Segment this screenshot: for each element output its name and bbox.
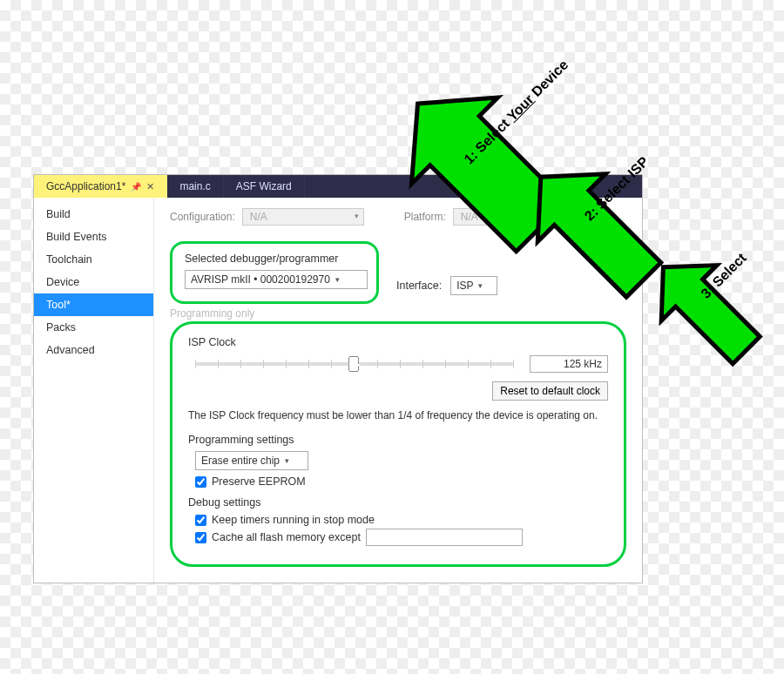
sidebar-item-tool[interactable]: Tool* (34, 293, 153, 316)
highlight-isp-section: ISP Clock 125 kHz Reset to default clock… (170, 321, 626, 567)
tab-label: GccApplication1* (46, 180, 125, 192)
sidebar-item-advanced[interactable]: Advanced (34, 339, 153, 361)
chevron-down-icon: ▾ (285, 456, 289, 465)
tab-asf-wizard[interactable]: ASF Wizard (224, 175, 305, 198)
cache-flash-checkbox[interactable] (195, 532, 206, 543)
cache-flash-row[interactable]: Cache all flash memory except (195, 529, 608, 546)
programmer-select[interactable]: AVRISP mkII • 000200192970 ▾ (185, 270, 368, 289)
preserve-eeprom-checkbox[interactable] (195, 476, 206, 488)
svg-marker-2 (636, 239, 774, 378)
tab-gccapplication[interactable]: GccApplication1* 📌 ✕ (34, 175, 167, 198)
chevron-down-icon: ▾ (335, 275, 340, 284)
preserve-eeprom-row[interactable]: Preserve EEPROM (195, 475, 608, 488)
sidebar-item-build[interactable]: Build (34, 203, 153, 226)
close-icon[interactable]: ✕ (146, 181, 154, 192)
annotation-arrow-3: 3: Select (627, 200, 784, 383)
isp-clock-note: The ISP Clock frequency must be lower th… (188, 409, 608, 421)
chevron-down-icon: ▾ (355, 212, 359, 220)
configuration-select[interactable]: N/A ▾ (242, 208, 364, 226)
highlight-programmer: Selected debugger/programmer AVRISP mkII… (170, 241, 379, 304)
erase-select[interactable]: Erase entire chip ▾ (195, 451, 308, 470)
interface-select[interactable]: ISP ▾ (450, 276, 497, 295)
chevron-down-icon: ▾ (478, 281, 483, 290)
keep-timers-checkbox[interactable] (195, 515, 206, 526)
isp-clock-slider[interactable] (195, 362, 514, 366)
isp-clock-value[interactable]: 125 kHz (530, 355, 608, 373)
programmer-group-label: Selected debugger/programmer (185, 253, 364, 265)
sidebar-item-build-events[interactable]: Build Events (34, 226, 153, 248)
sidebar-item-packs[interactable]: Packs (34, 316, 153, 339)
sidebar: Build Build Events Toolchain Device Tool… (34, 198, 154, 583)
interface-label: Interface: (396, 280, 442, 292)
tab-label: ASF Wizard (236, 180, 292, 192)
configuration-label: Configuration: (170, 211, 235, 223)
sidebar-item-toolchain[interactable]: Toolchain (34, 248, 153, 271)
reset-clock-button[interactable]: Reset to default clock (492, 381, 608, 401)
sidebar-item-device[interactable]: Device (34, 271, 153, 293)
keep-timers-row[interactable]: Keep timers running in stop mode (195, 514, 608, 526)
pin-icon[interactable]: 📌 (131, 182, 141, 192)
tab-label: main.c (179, 180, 210, 192)
cache-flash-except-input[interactable] (366, 529, 523, 546)
isp-clock-title: ISP Clock (188, 336, 608, 348)
debug-settings-title: Debug settings (188, 496, 608, 509)
slider-thumb[interactable] (348, 356, 359, 372)
tab-main-c[interactable]: main.c (167, 175, 223, 198)
programming-settings-title: Programming settings (188, 434, 608, 446)
